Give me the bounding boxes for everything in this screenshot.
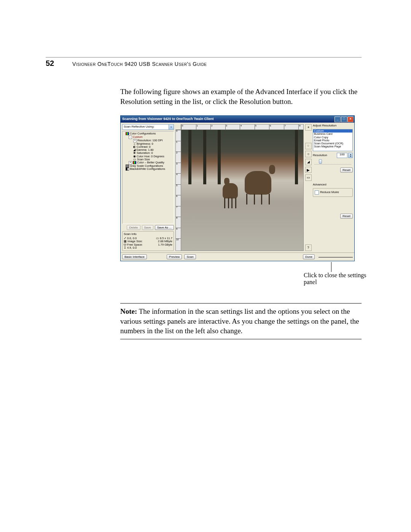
header-title: Visioneer OneTouch 9420 USB Scanner User… <box>72 61 207 67</box>
basic-interface-button[interactable]: Basic Interface <box>122 254 147 259</box>
tool-column: ⌖ ⁘ ☼ ◢ ▶ ▭ ? <box>305 124 311 251</box>
note-block: Note: The information in the scan settin… <box>120 303 362 339</box>
reduce-moire-label: Reduce Moire <box>320 191 339 194</box>
resolution-icon[interactable]: ⁘ <box>305 143 312 149</box>
crop-icon[interactable]: ▭ <box>305 174 312 181</box>
save-button[interactable]: Save <box>142 225 153 230</box>
preview-button[interactable]: Preview <box>167 254 182 259</box>
dropdown-label: Scan Reflective Using: <box>123 125 169 129</box>
panel-title: Adjust Resolution <box>313 124 353 128</box>
resolution-input[interactable]: 100 <box>337 153 347 158</box>
resolution-slider[interactable] <box>314 160 351 165</box>
collapse-panel-arrow-icon[interactable]: ▶ <box>305 167 312 173</box>
callout-connector <box>120 264 354 273</box>
intro-paragraph: The following figure shows an example of… <box>120 87 362 106</box>
scan-preview[interactable] <box>181 129 304 251</box>
note-body: The information in the scan settings lis… <box>120 307 359 335</box>
bottom-bar: Basic Interface Preview Scan Done <box>121 252 354 261</box>
gamma-icon[interactable]: ◢ <box>305 159 312 165</box>
running-header: 52 Visioneer OneTouch 9420 USB Scanner U… <box>46 57 362 68</box>
chevron-down-icon: ▾ <box>169 125 174 129</box>
preview-panel: 0 1 2 3 4 5 6 7 8 0 1 2 3 <box>175 124 304 251</box>
titlebar: Scanning from Visioneer 9420 to OneTouch… <box>121 116 354 123</box>
reset-button-2[interactable]: Reset <box>340 214 353 219</box>
scan-info-group: Scan Info ⤢ 0.0, 0.0▭ 8.5 x 11.7 ▦ Image… <box>122 231 174 251</box>
brightness-icon[interactable]: ☼ <box>305 151 312 157</box>
scan-button[interactable]: Scan <box>184 254 196 259</box>
resolution-label: Resolution <box>313 154 327 157</box>
window-title: Scanning from Visioneer 9420 to OneTouch… <box>122 117 334 121</box>
scan-using-dropdown[interactable]: Scan Reflective Using: ▾ <box>122 124 174 130</box>
ruler-icon[interactable]: ⌖ <box>305 124 312 131</box>
maximize-button[interactable]: □ <box>341 117 347 122</box>
minimize-button[interactable]: _ <box>335 117 341 122</box>
note-label: Note: <box>120 307 137 315</box>
delete-button[interactable]: Delete <box>127 225 140 230</box>
page-number: 52 <box>46 59 72 68</box>
close-button[interactable]: × <box>347 117 354 122</box>
advanced-label: Advanced <box>313 183 353 187</box>
done-button[interactable]: Done <box>303 254 315 259</box>
left-panel: Scan Reflective Using: ▾ Color Configura… <box>122 124 174 251</box>
twain-window: Scanning from Visioneer 9420 to OneTouch… <box>120 115 355 261</box>
reset-button[interactable]: Reset <box>340 168 353 173</box>
adjust-resolution-panel: Adjust Resolution Custom Business Card C… <box>313 124 353 251</box>
settings-tree[interactable]: Color Configurations -Custom +Resolution… <box>122 131 174 224</box>
help-icon[interactable]: ? <box>305 244 312 251</box>
preview-image <box>181 130 303 251</box>
screenshot-figure: Scanning from Visioneer 9420 to OneTouch… <box>120 115 362 261</box>
list-item[interactable]: Scan Magazine Page <box>313 145 352 148</box>
reduce-moire-checkbox[interactable] <box>315 190 319 195</box>
resolution-spinner[interactable]: ▴▾ <box>348 153 353 158</box>
resolution-presets-list[interactable]: Custom Business Card Color Copy Email Ph… <box>313 129 353 151</box>
save-as-button[interactable]: Save As ... <box>155 225 174 230</box>
